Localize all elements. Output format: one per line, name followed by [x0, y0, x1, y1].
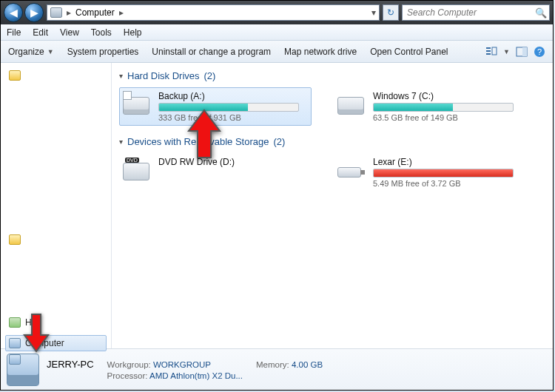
- back-button[interactable]: ◀: [4, 3, 23, 22]
- drive-label: Windows 7 (C:): [373, 91, 522, 101]
- chevron-down-icon[interactable]: ▼: [503, 48, 510, 55]
- group-header-hdd[interactable]: ▾ Hard Disk Drives (2): [119, 70, 545, 81]
- processor-label: Processor:: [107, 371, 148, 380]
- breadcrumb-sep-icon: ▸: [67, 7, 71, 18]
- group-count: (2): [204, 70, 216, 81]
- folder-icon: [9, 70, 21, 81]
- capacity-bar: [373, 103, 514, 112]
- forward-button[interactable]: ▶: [24, 3, 44, 22]
- svg-text:?: ?: [537, 47, 542, 56]
- address-dropdown-icon[interactable]: ▾: [371, 7, 376, 18]
- address-bar[interactable]: ▸ Computer ▸ ▾: [47, 4, 380, 21]
- folder-icon: [9, 234, 21, 245]
- drive-free-text: 5.49 MB free of 3.72 GB: [373, 179, 522, 188]
- memory-label: Memory:: [256, 360, 289, 369]
- capacity-bar: [373, 169, 514, 178]
- search-box[interactable]: 🔍: [402, 4, 550, 21]
- drive-windows7-c[interactable]: Windows 7 (C:) 63.5 GB free of 149 GB: [334, 87, 526, 126]
- breadcrumb-computer[interactable]: Computer: [75, 7, 115, 18]
- drive-lexar-e[interactable]: Lexar (E:) 5.49 MB free of 3.72 GB: [334, 153, 526, 192]
- drive-label: Backup (A:): [158, 91, 308, 101]
- tree-item-homegroup[interactable]: Ho: [5, 314, 107, 331]
- dvd-drive-icon: [123, 157, 152, 183]
- tree-item-folder[interactable]: [5, 232, 107, 248]
- menu-file[interactable]: File: [7, 27, 21, 38]
- tree-item-drive[interactable]: [5, 351, 107, 368]
- open-control-panel-button[interactable]: Open Control Panel: [370, 47, 448, 57]
- drive-free-text: 333 GB free of 931 GB: [158, 113, 308, 122]
- svg-rect-0: [486, 47, 491, 49]
- hdd-icon: [337, 91, 367, 118]
- svg-rect-5: [522, 47, 527, 56]
- computer-icon: [9, 338, 21, 348]
- organize-button[interactable]: Organize ▼: [8, 47, 54, 57]
- system-properties-button[interactable]: System properties: [67, 47, 139, 57]
- tree-item-folder[interactable]: [5, 67, 107, 84]
- annotation-arrow-up: [186, 109, 223, 160]
- main-pane[interactable]: ▾ Hard Disk Drives (2) Backup (A:) 333 G…: [112, 63, 553, 348]
- breadcrumb-sep-icon: ▸: [119, 7, 124, 18]
- computer-icon: [50, 7, 62, 18]
- usb-drive-icon: [337, 157, 367, 183]
- view-options-button[interactable]: [485, 46, 497, 58]
- processor-value: AMD Athlon(tm) X2 Du...: [149, 371, 243, 380]
- menu-view[interactable]: View: [60, 27, 79, 38]
- group-count: (2): [273, 136, 285, 147]
- group-label: Hard Disk Drives: [127, 70, 200, 81]
- help-button[interactable]: ?: [534, 46, 545, 58]
- drive-label: DVD RW Drive (D:): [158, 157, 308, 167]
- group-header-removable[interactable]: ▾ Devices with Removable Storage (2): [119, 136, 545, 147]
- svg-rect-2: [486, 53, 491, 55]
- tree-item-computer[interactable]: Computer: [5, 335, 107, 351]
- menu-edit[interactable]: Edit: [33, 27, 48, 38]
- drive-icon: [9, 354, 21, 365]
- workgroup-value: WORKGROUP: [153, 360, 211, 369]
- checkbox[interactable]: [123, 91, 132, 100]
- preview-pane-button[interactable]: [516, 46, 528, 58]
- menu-help[interactable]: Help: [124, 27, 142, 38]
- nav-bar: ◀ ▶ ▸ Computer ▸ ▾ ↻ 🔍: [1, 1, 553, 24]
- drive-label: Lexar (E:): [373, 157, 522, 167]
- explorer-window: ◀ ▶ ▸ Computer ▸ ▾ ↻ 🔍 File Edit View To…: [0, 0, 554, 391]
- svg-rect-1: [486, 50, 491, 52]
- refresh-button[interactable]: ↻: [383, 4, 399, 21]
- annotation-arrow-down: [21, 313, 51, 353]
- svg-rect-3: [492, 47, 497, 55]
- workgroup-label: Workgroup:: [107, 360, 151, 369]
- command-bar: Organize ▼ System properties Uninstall o…: [1, 41, 553, 63]
- uninstall-program-button[interactable]: Uninstall or change a program: [152, 47, 271, 57]
- map-network-drive-button[interactable]: Map network drive: [284, 47, 357, 57]
- drive-free-text: 63.5 GB free of 149 GB: [373, 113, 522, 122]
- menu-tools[interactable]: Tools: [91, 27, 112, 38]
- search-icon[interactable]: 🔍: [533, 7, 549, 18]
- menu-bar: File Edit View Tools Help: [1, 24, 553, 41]
- search-input[interactable]: [403, 7, 533, 18]
- hdd-icon: [123, 91, 152, 118]
- collapse-icon[interactable]: ▾: [119, 72, 123, 80]
- content-area: Ho Computer ▾ Hard Disk Drives: [1, 63, 553, 348]
- chevron-down-icon: ▼: [47, 48, 54, 55]
- memory-value: 4.00 GB: [292, 360, 323, 369]
- capacity-bar: [158, 103, 299, 112]
- collapse-icon[interactable]: ▾: [119, 138, 123, 146]
- navigation-pane[interactable]: Ho Computer: [1, 63, 112, 348]
- homegroup-icon: [9, 317, 21, 328]
